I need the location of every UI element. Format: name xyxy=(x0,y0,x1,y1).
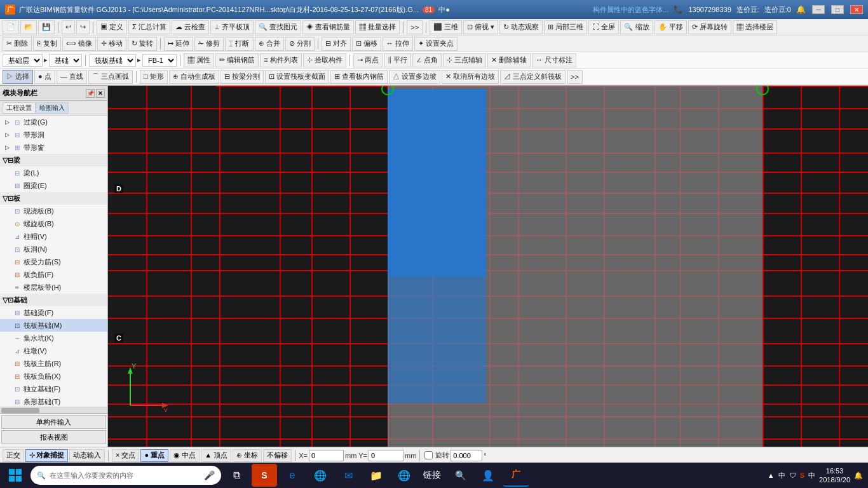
move-btn[interactable]: ✛ 移动 xyxy=(97,37,126,51)
sidebar-item-luoxuanban[interactable]: ⊙ 螺旋板(B) xyxy=(0,217,107,230)
taskbar-app-user[interactable]: 👤 xyxy=(475,464,501,487)
align-top-btn[interactable]: ⊥ 齐平板顶 xyxy=(210,20,254,34)
select-floor-btn[interactable]: ▦ 选择楼层 xyxy=(733,20,777,34)
local-3d-btn[interactable]: ⊞ 局部三维 xyxy=(544,20,587,34)
offset-btn[interactable]: ⊡ 偏移 xyxy=(352,37,381,51)
redo-btn[interactable]: ↪ xyxy=(76,20,90,34)
sidebar-item-jichuliang[interactable]: ⊟ 基础梁(F) xyxy=(0,306,107,319)
pan-btn[interactable]: ✋ 平移 xyxy=(654,20,687,34)
align-btn[interactable]: ⊟ 对齐 xyxy=(322,37,351,51)
rotate-input[interactable] xyxy=(451,450,482,461)
raft-foundation-highlight-top[interactable] xyxy=(388,89,486,276)
notifications-icon[interactable]: 🔔 xyxy=(854,471,863,480)
scrollbar-thumb[interactable] xyxy=(1,408,39,413)
open-btn[interactable]: 📂 xyxy=(20,20,37,34)
mirror-btn[interactable]: ⟺ 镜像 xyxy=(62,37,96,51)
sidebar-item-xianjiaobai[interactable]: ⊡ 现浇板(B) xyxy=(0,205,107,217)
sidebar-item-loucentai[interactable]: ≡ 楼层板带(H) xyxy=(0,281,107,294)
sidebar-item-tiaojichu[interactable]: ⊟ 条形基础(T) xyxy=(0,395,107,407)
find-element-btn[interactable]: 🔍 查找图元 xyxy=(255,20,301,34)
edit-rebar-btn[interactable]: ✏ 编辑钢筋 xyxy=(215,53,259,67)
minimize-button[interactable]: ─ xyxy=(812,5,825,14)
dimension-btn[interactable]: ↔ 尺寸标注 xyxy=(532,53,576,67)
sidebar-item-dulijijichu[interactable]: ⊡ 独立基础(F) xyxy=(0,383,107,395)
raft-foundation-highlight-bottom[interactable] xyxy=(388,276,486,403)
maximize-button[interactable]: □ xyxy=(831,5,844,14)
three-point-axis-btn[interactable]: ⊹ 三点辅轴 xyxy=(443,53,486,67)
start-button[interactable] xyxy=(3,464,28,487)
3d-btn[interactable]: ⬛ 三维 xyxy=(430,20,462,34)
line-tool-btn[interactable]: ― 直线 xyxy=(57,70,87,84)
sidebar-item-banfujin[interactable]: ⊟ 板负筋(F) xyxy=(0,268,107,281)
rect-tool-btn[interactable]: □ 矩形 xyxy=(140,70,168,84)
y-input[interactable] xyxy=(369,450,403,461)
sidebar-group-jichu[interactable]: ▽ ⊡ 基础 xyxy=(0,294,107,306)
engineering-setup-btn[interactable]: 工程设置 xyxy=(3,102,36,114)
auto-gen-slab-btn[interactable]: ⊕ 自动生成板 xyxy=(169,70,219,84)
taskbar-app-ggj[interactable]: 广 xyxy=(503,464,529,487)
element-select[interactable]: FB-1 xyxy=(142,54,177,67)
sidebar-item-fabanzhuijin[interactable]: ⊟ 筏板主筋(R) xyxy=(0,357,107,370)
report-view-btn[interactable]: 报表视图 xyxy=(1,430,106,444)
cancel-all-slope-btn[interactable]: ✕ 取消所有边坡 xyxy=(442,70,499,84)
sidebar-item-jishuikeng[interactable]: ⌣ 集水坑(K) xyxy=(0,332,107,344)
undo-btn[interactable]: ↩ xyxy=(62,20,75,34)
taskbar-app-mail[interactable]: ✉ xyxy=(336,464,361,487)
taskbar-app-link[interactable]: 链接 xyxy=(419,464,445,487)
split-btn[interactable]: ⊘ 分割 xyxy=(285,37,315,51)
sidebar-item-zhumao[interactable]: ⊿ 柱帽(V) xyxy=(0,230,107,243)
save-btn[interactable]: 💾 xyxy=(38,20,55,34)
break-btn[interactable]: ⌶ 打断 xyxy=(225,37,253,51)
snap-intersection-btn[interactable]: × 交点 xyxy=(112,449,139,462)
taskbar-app-browser2[interactable]: 🌐 xyxy=(308,464,333,487)
sidebar-item-banshoulijin[interactable]: ⊟ 板受力筋(S) xyxy=(0,255,107,268)
batch-select-btn[interactable]: ▦ 批量选择 xyxy=(355,20,400,34)
snap-object-btn[interactable]: ⊹ 对象捕捉 xyxy=(25,449,68,462)
rotate-btn[interactable]: ↻ 旋转 xyxy=(128,37,157,51)
delete-btn[interactable]: ✂ 删除 xyxy=(3,37,32,51)
voice-icon[interactable]: 🎤 xyxy=(204,470,215,480)
point-tool-btn[interactable]: ● 点 xyxy=(34,70,55,84)
copy-btn[interactable]: ⎘ 复制 xyxy=(33,37,61,51)
taskbar-clock[interactable]: 16:53 2018/9/20 xyxy=(819,466,850,485)
taskbar-search-box[interactable]: 🔍 在这里输入你要搜索的内容 🎤 xyxy=(31,466,221,485)
canvas-area[interactable]: Eam xyxy=(108,86,868,447)
taskbar-app-ie[interactable]: e xyxy=(280,464,305,487)
sidebar-item-daixingdong[interactable]: ▷ ⊟ 带形洞 xyxy=(0,128,107,141)
input-method-tray[interactable]: 中 xyxy=(808,471,815,480)
taskbar-app-explorer[interactable]: 📁 xyxy=(363,464,389,487)
properties-btn[interactable]: ▦ 属性 xyxy=(184,53,214,67)
extend-btn[interactable]: ↦ 延伸 xyxy=(164,37,193,51)
topview-btn[interactable]: ⊡ 俯视 ▾ xyxy=(463,20,498,34)
dynamic-obs-btn[interactable]: ↻ 动态观察 xyxy=(499,20,543,34)
foundation-type-select[interactable]: 筏板基础 xyxy=(89,54,136,67)
component-list-btn[interactable]: ≡ 构件列表 xyxy=(260,53,301,67)
new-btn[interactable]: 📄 xyxy=(3,20,19,34)
ime-tray[interactable]: 中 xyxy=(778,471,785,480)
snap-vertex-btn[interactable]: ▲ 顶点 xyxy=(201,449,231,462)
x-input[interactable] xyxy=(309,450,344,461)
pick-component-btn[interactable]: ⊹ 拾取构件 xyxy=(303,53,346,67)
sidebar-item-fabanjicu[interactable]: ⊡ 筏板基础(M) xyxy=(0,319,107,332)
more-btn[interactable]: >> xyxy=(407,20,423,34)
taskbar-app-taskview[interactable]: ⧉ xyxy=(224,464,249,487)
zoom-btn[interactable]: 🔍 缩放 xyxy=(620,20,653,34)
angle-btn[interactable]: ∠ 点角 xyxy=(412,53,442,67)
del-axis-btn[interactable]: ✕ 删除辅轴 xyxy=(487,53,531,67)
sidebar-item-daixingchuang[interactable]: ▷ ⊞ 带形窗 xyxy=(0,141,107,154)
set-multi-slope-btn[interactable]: △ 设置多边坡 xyxy=(389,70,440,84)
merge-btn[interactable]: ⊕ 合并 xyxy=(255,37,284,51)
sidebar-item-quanliang-E[interactable]: ⊟ 圈梁(E) xyxy=(0,179,107,192)
select-tool-btn[interactable]: ▷ 选择 xyxy=(3,70,33,84)
sidebar-group-liang[interactable]: ▽ ⊟ 梁 xyxy=(0,154,107,166)
close-button[interactable]: ✕ xyxy=(850,5,863,14)
set-grip-btn[interactable]: ✦ 设置夹点 xyxy=(414,37,458,51)
sidebar-group-ban[interactable]: ▽ ⊡ 板 xyxy=(0,192,107,205)
rotate-checkbox[interactable] xyxy=(424,451,433,459)
sogou-tray[interactable]: S xyxy=(800,471,804,479)
screen-rotate-btn[interactable]: ⟳ 屏幕旋转 xyxy=(688,20,731,34)
set-raft-section-btn[interactable]: ⊡ 设置筏板变截面 xyxy=(265,70,329,84)
view-rebar-btn[interactable]: ◈ 查看钢筋量 xyxy=(302,20,354,34)
taskbar-app-web3[interactable]: 🌐 xyxy=(391,464,417,487)
sidebar-pin-btn[interactable]: 📌 xyxy=(86,89,95,98)
